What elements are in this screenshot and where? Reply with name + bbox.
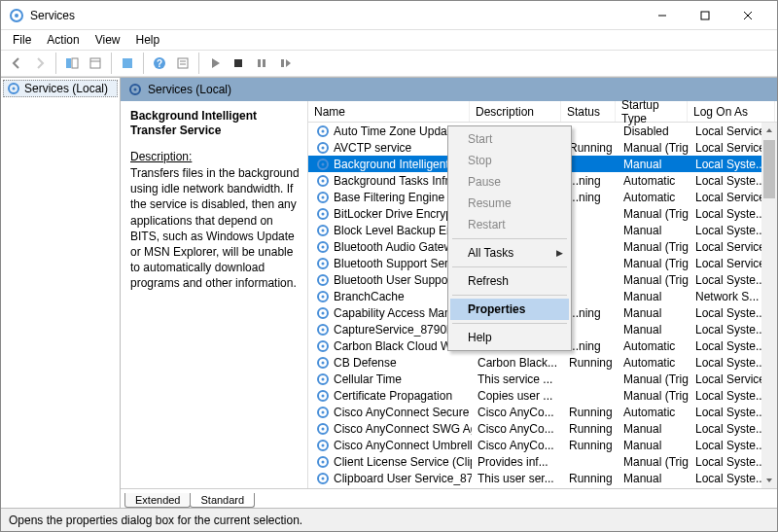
svg-point-53: [322, 361, 325, 364]
scroll-track[interactable]: [761, 138, 777, 473]
panel-title: Services (Local): [148, 83, 231, 96]
svg-point-57: [322, 394, 325, 397]
ctx-pause[interactable]: Pause: [450, 171, 569, 193]
ctx-properties[interactable]: Properties: [450, 299, 569, 320]
table-row[interactable]: Client License Service (ClipS...Provides…: [308, 453, 777, 470]
ctx-separator: [452, 323, 567, 324]
service-icon: [316, 389, 330, 403]
table-row[interactable]: Cellular TimeThis service ...Manual (Tri…: [308, 371, 777, 387]
table-row[interactable]: Certificate PropagationCopies user ...Ma…: [308, 387, 777, 404]
table-row[interactable]: Cisco AnyConnect SWG Ag...Cisco AnyCo...…: [308, 420, 777, 437]
content-area: Services (Local) Services (Local) Backgr…: [1, 77, 777, 508]
cell-status: Running: [563, 439, 618, 452]
ctx-help[interactable]: Help: [450, 327, 569, 348]
cell-description: Cisco AnyCo...: [472, 406, 563, 419]
ctx-resume[interactable]: Resume: [450, 193, 569, 214]
service-icon: [316, 323, 330, 337]
svg-rect-3: [701, 12, 709, 19]
svg-point-65: [322, 460, 325, 463]
col-log-on-as[interactable]: Log On As: [688, 101, 775, 122]
toolbar-separator: [198, 53, 199, 74]
menu-bar: File Action View Help: [1, 30, 777, 50]
pause-service-button[interactable]: [251, 53, 272, 74]
cell-startup: Manual: [618, 306, 690, 320]
svg-rect-10: [123, 58, 132, 68]
help-button[interactable]: ?: [149, 53, 170, 74]
export-list-button[interactable]: [85, 53, 106, 74]
svg-point-45: [322, 295, 325, 298]
ctx-refresh[interactable]: Refresh: [450, 270, 569, 292]
tab-extended[interactable]: Extended: [124, 493, 191, 508]
forward-button[interactable]: [29, 53, 51, 74]
maximize-button[interactable]: [684, 2, 726, 29]
cell-description: Cisco AnyCo...: [472, 439, 563, 452]
toolbar-separator: [111, 53, 112, 74]
service-icon: [316, 141, 330, 155]
close-button[interactable]: [726, 2, 769, 29]
svg-point-1: [15, 14, 18, 18]
cell-startup: Manual: [618, 439, 690, 452]
col-name[interactable]: Name: [308, 101, 470, 122]
cell-status: Running: [563, 356, 618, 370]
svg-point-47: [322, 311, 325, 314]
ctx-stop[interactable]: Stop: [450, 150, 569, 171]
stop-service-button[interactable]: [228, 53, 249, 74]
service-icon: [316, 290, 330, 303]
cell-name: CB Defense: [310, 356, 472, 370]
service-icon: [316, 240, 330, 254]
svg-point-67: [322, 477, 325, 479]
scroll-thumb[interactable]: [763, 140, 775, 198]
cell-startup: Manual: [618, 472, 690, 485]
cell-startup: Manual: [618, 422, 690, 436]
col-description[interactable]: Description: [470, 101, 561, 122]
service-icon: [316, 339, 330, 353]
svg-point-33: [322, 195, 325, 198]
context-menu: Start Stop Pause Resume Restart All Task…: [447, 125, 572, 351]
window-title: Services: [30, 9, 641, 22]
svg-point-35: [322, 212, 325, 215]
restart-service-button[interactable]: [274, 53, 296, 74]
nav-services-local[interactable]: Services (Local): [3, 80, 118, 97]
ctx-restart[interactable]: Restart: [450, 214, 569, 235]
scroll-down-button[interactable]: [761, 473, 777, 488]
svg-text:?: ?: [157, 58, 162, 69]
vertical-scrollbar[interactable]: [761, 123, 777, 488]
menu-action[interactable]: Action: [39, 31, 87, 49]
ctx-start[interactable]: Start: [450, 128, 569, 150]
back-button[interactable]: [6, 53, 27, 74]
properties-button[interactable]: [172, 53, 194, 74]
table-row[interactable]: Clipboard User Service_8790bThis user se…: [308, 470, 777, 486]
service-icon: [316, 174, 330, 188]
table-row[interactable]: CB DefenseCarbon Black...RunningAutomati…: [308, 354, 777, 371]
nav-tree: Services (Local): [1, 78, 121, 508]
cell-startup: Disabled: [618, 124, 690, 138]
cell-description: This service ...: [472, 372, 563, 386]
svg-point-41: [322, 262, 325, 265]
cell-description: Copies user ...: [472, 389, 563, 403]
svg-point-21: [13, 88, 16, 90]
service-icon: [316, 472, 330, 485]
refresh-button[interactable]: [117, 53, 138, 74]
cell-name: Clipboard User Service_8790b: [310, 472, 472, 485]
menu-help[interactable]: Help: [128, 31, 168, 49]
tab-standard[interactable]: Standard: [190, 493, 255, 508]
svg-point-25: [322, 129, 325, 132]
scroll-up-button[interactable]: [761, 123, 777, 138]
cell-startup: Manual: [618, 224, 690, 237]
col-status[interactable]: Status: [561, 101, 616, 122]
cell-status: Running: [563, 406, 618, 419]
menu-file[interactable]: File: [5, 31, 39, 49]
table-row[interactable]: Cisco AnyConnect Secure ...Cisco AnyCo..…: [308, 404, 777, 420]
col-startup-type[interactable]: Startup Type: [616, 101, 688, 122]
services-icon: [9, 8, 24, 23]
service-icon: [316, 207, 330, 221]
svg-rect-16: [234, 59, 242, 67]
show-hide-tree-button[interactable]: [61, 53, 83, 74]
ctx-all-tasks[interactable]: All Tasks▶: [450, 242, 569, 264]
start-service-button[interactable]: [204, 53, 226, 74]
detail-pane: Background Intelligent Transfer Service …: [121, 101, 307, 488]
service-icon: [316, 406, 330, 419]
table-row[interactable]: Cisco AnyConnect Umbrell...Cisco AnyCo..…: [308, 437, 777, 453]
menu-view[interactable]: View: [88, 31, 128, 49]
minimize-button[interactable]: [641, 2, 684, 29]
